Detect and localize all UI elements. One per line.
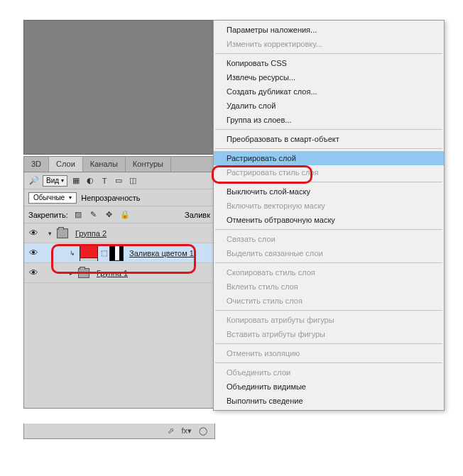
menu-item: Связать слои [214, 232, 444, 246]
blend-mode-select[interactable]: Обычные [28, 192, 77, 204]
layers-panel-footer: ⬀ fx▾ ◯ [23, 424, 215, 439]
filter-kind-dropdown[interactable]: Вид [43, 175, 67, 187]
menu-separator [215, 182, 442, 182]
menu-item: Вставить атрибуты фигуры [214, 327, 444, 341]
opacity-label: Непрозрачность [81, 194, 140, 202]
menu-item[interactable]: Отменить обтравочную маску [214, 213, 444, 227]
lock-position-icon[interactable]: ✥ [104, 209, 115, 221]
canvas-workspace [23, 20, 215, 155]
link-layers-icon[interactable]: ⬀ [168, 426, 174, 436]
add-mask-icon[interactable]: ◯ [199, 426, 207, 436]
layer-name[interactable]: Заливка цветом 1 [129, 249, 194, 258]
menu-item[interactable]: Выполнить сведение [214, 394, 444, 408]
folder-icon [57, 228, 68, 238]
search-icon: 🔎 [28, 175, 40, 187]
menu-item: Включить векторную маску [214, 199, 444, 213]
tab-3d[interactable]: 3D [24, 157, 49, 172]
expand-icon[interactable]: ▸ [70, 270, 78, 277]
folder-icon [78, 268, 89, 278]
menu-separator [215, 229, 442, 230]
menu-item: Объединить слои [214, 365, 444, 380]
lock-brush-icon[interactable]: ✎ [88, 209, 99, 221]
menu-item[interactable]: Параметры наложения... [214, 23, 444, 37]
menu-item[interactable]: Извлечь ресурсы... [214, 70, 444, 84]
layer-row-group2[interactable]: 👁 ▾ Группа 2 [24, 223, 214, 243]
menu-item[interactable]: Объединить видимые [214, 380, 444, 394]
menu-item: Изменить корректировку... [214, 37, 444, 51]
menu-item: Копировать атрибуты фигуры [214, 313, 444, 327]
menu-separator [215, 362, 442, 363]
layer-name[interactable]: Группа 1 [97, 269, 128, 277]
filter-adjustment-icon[interactable]: ◐ [85, 175, 96, 187]
menu-item[interactable]: Удалить слой [214, 99, 444, 113]
visibility-icon[interactable]: 👁 [27, 228, 40, 238]
menu-item: Выделить связанные слои [214, 246, 444, 260]
menu-separator [215, 262, 442, 263]
lock-row: Закрепить: ▨ ✎ ✥ 🔒 Заливк [24, 206, 214, 223]
blend-opacity-row: Обычные Непрозрачность [24, 189, 214, 206]
layer-row-group1[interactable]: 👁 ▸ Группа 1 [24, 263, 214, 283]
menu-item: Скопировать стиль слоя [214, 265, 444, 279]
menu-separator [215, 53, 442, 54]
expand-icon[interactable]: ▾ [48, 230, 57, 237]
menu-item: Растрировать стиль слоя [214, 165, 444, 179]
menu-item: Очистить стиль слоя [214, 294, 444, 308]
tab-layers[interactable]: Слои [49, 157, 83, 172]
menu-item: Вклеить стиль слоя [214, 279, 444, 294]
filter-smart-icon[interactable]: ◫ [127, 175, 138, 187]
filter-pixel-icon[interactable]: ▦ [70, 175, 82, 187]
filter-shape-icon[interactable]: ▭ [113, 175, 124, 187]
menu-item[interactable]: Группа из слоев... [214, 113, 444, 127]
tab-paths[interactable]: Контуры [126, 157, 171, 172]
fill-thumbnail[interactable] [80, 245, 98, 261]
layers-list: 👁 ▾ Группа 2 👁 ↳ ⬚ Заливка цветом 1 👁 ▸ … [24, 223, 214, 408]
layer-effects-icon[interactable]: fx▾ [181, 426, 192, 436]
tab-channels[interactable]: Каналы [83, 157, 126, 172]
panel-tabs: 3D Слои Каналы Контуры [24, 157, 214, 172]
menu-item[interactable]: Создать дубликат слоя... [214, 84, 444, 99]
menu-separator [215, 343, 442, 344]
menu-separator [215, 129, 442, 130]
lock-transparent-icon[interactable]: ▨ [72, 209, 84, 221]
clip-indicator-icon: ↳ [70, 250, 78, 257]
layer-row-fill-color[interactable]: 👁 ↳ ⬚ Заливка цветом 1 [24, 243, 214, 263]
visibility-icon[interactable]: 👁 [27, 248, 40, 258]
menu-separator [215, 148, 442, 149]
layers-panel: 3D Слои Каналы Контуры 🔎 Вид ▦ ◐ T ▭ ◫ О… [23, 156, 215, 409]
mask-thumbnail[interactable] [109, 245, 124, 261]
fill-label: Заливк [185, 211, 210, 219]
lock-all-icon[interactable]: 🔒 [119, 209, 131, 221]
menu-item[interactable]: Копировать CSS [214, 56, 444, 70]
menu-item: Отменить изоляцию [214, 346, 444, 360]
menu-item[interactable]: Растрировать слой [214, 151, 444, 165]
visibility-icon[interactable]: 👁 [27, 267, 40, 278]
layer-context-menu: Параметры наложения...Изменить корректир… [213, 20, 445, 411]
link-mask-icon[interactable]: ⬚ [99, 249, 108, 257]
lock-label: Закрепить: [28, 211, 68, 219]
menu-separator [215, 310, 442, 311]
layer-name[interactable]: Группа 2 [75, 229, 107, 238]
menu-item[interactable]: Преобразовать в смарт-объект [214, 132, 444, 146]
layer-filter-row: 🔎 Вид ▦ ◐ T ▭ ◫ [24, 172, 214, 189]
filter-type-icon[interactable]: T [99, 175, 110, 187]
menu-item[interactable]: Выключить слой-маску [214, 184, 444, 199]
